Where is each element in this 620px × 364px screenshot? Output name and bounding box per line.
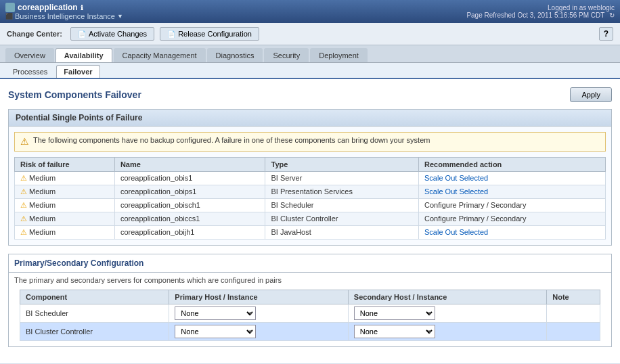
name-cell: coreapplication_obips1 [114,185,265,198]
ps-note-cell [547,322,600,340]
type-cell: BI Scheduler [265,198,419,212]
secondary-select-wrapper: None [354,306,435,320]
tab-deployment[interactable]: Deployment [310,48,368,62]
failure-panel: Potential Single Points of Failure ⚠ The… [8,109,612,246]
risk-cell: ⚠ Medium [15,212,115,225]
risk-cell: ⚠ Medium [15,171,115,185]
ps-component-cell: BI Scheduler [20,304,169,322]
activate-label: Activate Changes [89,30,147,38]
tab-capacity[interactable]: Capacity Management [114,48,206,62]
ps-description: The primary and secondary servers for co… [9,273,611,290]
ps-secondary-cell: None [348,322,546,340]
release-configuration-button[interactable]: 📄 Release Configuration [160,27,259,41]
table-row: ⚠ Mediumcoreapplication_obijh1BI JavaHos… [15,225,606,239]
risk-cell: ⚠ Medium [15,185,115,198]
apply-button[interactable]: Apply [570,87,612,102]
type-cell: BI Server [265,171,419,185]
primary-select-wrapper: None [175,306,256,320]
warning-icon: ⚠ [20,136,29,147]
warn-triangle-icon: ⚠ [20,228,27,236]
ps-table-wrapper: Component Primary Host / Instance Second… [9,290,611,346]
failure-panel-title: Potential Single Points of Failure [9,110,611,127]
risk-value: Medium [29,214,56,223]
ps-component-cell: BI Cluster Controller [20,322,169,340]
type-cell: BI Cluster Controller [265,212,419,225]
failure-panel-body: ⚠ The following components have no backu… [9,127,611,245]
release-icon: 📄 [167,30,175,38]
activate-icon: 📄 [78,30,86,38]
info-icon[interactable]: ℹ [81,4,83,12]
page-refreshed-row: Page Refreshed Oct 3, 2011 5:16:56 PM CD… [466,12,615,19]
ps-header-row: Component Primary Host / Instance Second… [20,290,600,304]
risk-cell: ⚠ Medium [15,225,115,239]
table-row: ⚠ Mediumcoreapplication_obisch1BI Schedu… [15,198,606,212]
name-cell: coreapplication_obisch1 [114,198,265,212]
ps-row: BI SchedulerNoneNone [20,304,600,322]
action-cell[interactable]: Scale Out Selected [419,171,606,185]
ps-primary-cell: None [169,304,348,322]
name-cell: coreapplication_obiccs1 [114,212,265,225]
warn-triangle-icon: ⚠ [20,187,27,196]
ps-col-secondary: Secondary Host / Instance [348,290,546,304]
page-title: System Components Failover [8,89,141,100]
primary-select-wrapper: None [175,325,256,338]
subtitle-dropdown-arrow[interactable]: ▼ [117,13,123,20]
ps-table: Component Primary Host / Instance Second… [20,290,600,341]
main-content: System Components Failover Apply Potenti… [0,79,620,363]
warning-text: The following components have no backup … [33,136,430,144]
risk-value: Medium [29,174,56,182]
primary-host-select[interactable]: None [175,306,256,320]
tab-diagnostics[interactable]: Diagnostics [207,48,263,62]
help-button[interactable]: ? [599,27,613,41]
ps-panel-title: Primary/Secondary Configuration [9,254,611,273]
tab-processes[interactable]: Processes [5,65,55,78]
section-header: System Components Failover Apply [8,87,612,102]
secondary-host-select[interactable]: None [354,325,435,338]
activate-changes-button[interactable]: 📄 Activate Changes [70,27,154,41]
page-refreshed-text: Page Refreshed Oct 3, 2011 5:16:56 PM CD… [466,12,604,19]
risk-value: Medium [29,201,56,209]
secondary-select-wrapper: None [354,325,435,338]
failure-table: Risk of failure Name Type Recommended ac… [14,157,606,240]
secondary-tabs: Processes Failover [0,63,620,79]
type-cell: BI Presentation Services [265,185,419,198]
logged-in-text: Logged in as weblogic [466,4,615,12]
action-link[interactable]: Scale Out Selected [424,174,488,182]
ps-col-note: Note [547,290,600,304]
action-cell[interactable]: Scale Out Selected [419,185,606,198]
name-cell: coreapplication_obis1 [114,171,265,185]
warn-triangle-icon: ⚠ [20,174,27,182]
ps-primary-cell: None [169,322,348,340]
col-name: Name [114,157,265,171]
action-link[interactable]: Scale Out Selected [424,228,488,236]
ps-note-cell [547,304,600,322]
col-action: Recommended action [419,157,606,171]
app-header: coreapplication ℹ ⬛ Business Intelligenc… [0,0,620,23]
action-link[interactable]: Scale Out Selected [424,187,488,196]
tab-failover[interactable]: Failover [56,65,99,78]
primary-host-select[interactable]: None [175,325,256,338]
app-subtitle[interactable]: ⬛ Business Intelligence Instance ▼ [5,12,123,20]
warn-triangle-icon: ⚠ [20,214,27,223]
tab-availability[interactable]: Availability [56,48,112,62]
tab-security[interactable]: Security [264,48,309,62]
header-right: Logged in as weblogic Page Refreshed Oct… [466,4,615,19]
risk-value: Medium [29,187,56,196]
action-cell[interactable]: Scale Out Selected [419,225,606,239]
ps-col-component: Component [20,290,169,304]
table-row: ⚠ Mediumcoreapplication_obiccs1BI Cluste… [15,212,606,225]
primary-secondary-panel: Primary/Secondary Configuration The prim… [8,254,612,347]
tab-overview[interactable]: Overview [5,48,54,62]
col-type: Type [265,157,419,171]
ps-secondary-cell: None [348,304,546,322]
secondary-host-select[interactable]: None [354,306,435,320]
ps-row: BI Cluster ControllerNoneNone [20,322,600,340]
action-cell: Configure Primary / Secondary [419,212,606,225]
app-title-text: coreapplication [18,3,78,12]
app-title: coreapplication ℹ [5,3,123,12]
release-label: Release Configuration [178,30,252,38]
refresh-icon[interactable]: ↻ [609,12,615,19]
risk-value: Medium [29,228,56,236]
type-cell: BI JavaHost [265,225,419,239]
warn-triangle-icon: ⚠ [20,201,27,209]
